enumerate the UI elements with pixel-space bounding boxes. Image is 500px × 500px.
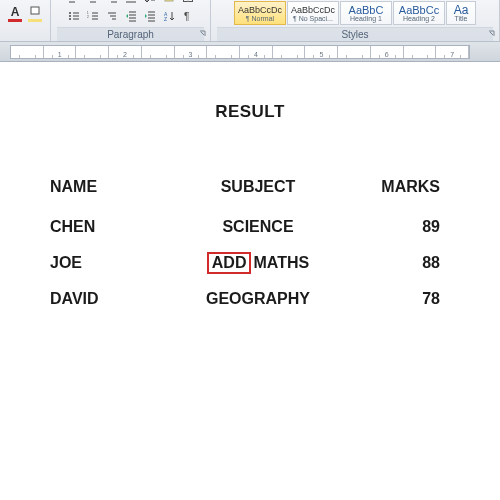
ruler-tick: 6 [371,46,404,58]
style-preview: Aa [454,5,469,15]
style-no-spacing[interactable]: AaBbCcDc ¶ No Spaci... [287,1,339,25]
document-page[interactable]: RESULT NAME SUBJECT MARKS CHEN SCIENCE 8… [0,62,500,500]
cell-marks: 78 [338,282,450,316]
style-preview: AaBbCc [399,5,439,15]
font-color-button[interactable]: A [6,5,24,23]
header-name: NAME [50,170,178,210]
ruler-tick: 2 [109,46,142,58]
borders-button[interactable] [179,0,197,6]
ruler-tick [338,46,371,58]
table-row: CHEN SCIENCE 89 [50,210,450,244]
svg-point-5 [69,18,71,20]
show-marks-button[interactable]: ¶ [179,7,197,25]
cell-name: DAVID [50,282,178,316]
style-heading2[interactable]: AaBbCc Heading 2 [393,1,445,25]
cell-subject: ADDMATHS [178,244,338,282]
style-preview: AaBbCcDc [238,5,282,15]
styles-group: AaBbCcDc ¶ Normal AaBbCcDc ¶ No Spaci...… [211,0,500,41]
align-left-button[interactable] [65,0,83,6]
horizontal-ruler[interactable]: 1 2 3 4 5 6 7 [10,45,470,59]
line-spacing-button[interactable] [141,0,159,6]
svg-point-3 [69,12,71,14]
increase-indent-button[interactable] [141,7,159,25]
style-heading1[interactable]: AaBbC Heading 1 [340,1,392,25]
paragraph-dialog-launcher[interactable] [198,29,208,39]
svg-point-4 [69,15,71,17]
table-row: JOE ADDMATHS 88 [50,244,450,282]
style-normal[interactable]: AaBbCcDc ¶ Normal [234,1,286,25]
table-header-row: NAME SUBJECT MARKS [50,170,450,210]
cell-marks: 89 [338,210,450,244]
header-marks: MARKS [338,170,450,210]
align-right-button[interactable] [103,0,121,6]
paragraph-label: Paragraph [57,27,204,41]
ruler-tick [76,46,109,58]
ruler-area: 1 2 3 4 5 6 7 [0,42,500,62]
numbering-button[interactable]: 12 [84,7,102,25]
style-label: ¶ No Spaci... [293,15,333,22]
cell-subject: SCIENCE [178,210,338,244]
ruler-tick [11,46,44,58]
ruler-tick [142,46,175,58]
style-label: Title [455,15,468,22]
result-table: NAME SUBJECT MARKS CHEN SCIENCE 89 JOE A… [50,170,450,316]
shading-para-button[interactable] [160,0,178,6]
ruler-tick: 4 [240,46,273,58]
highlighted-text: ADD [207,252,252,274]
cell-subject: GEOGRAPHY [178,282,338,316]
cell-name: JOE [50,244,178,282]
ruler-tick [273,46,306,58]
style-label: ¶ Normal [246,15,274,22]
cell-name: CHEN [50,210,178,244]
align-justify-button[interactable] [122,0,140,6]
style-label: Heading 1 [350,15,382,22]
svg-rect-0 [31,7,39,14]
sort-button[interactable]: AZ [160,7,178,25]
decrease-indent-button[interactable] [122,7,140,25]
bullets-button[interactable] [65,7,83,25]
shading-button[interactable] [26,5,44,23]
font-group-partial: A x [0,0,51,41]
style-label: Heading 2 [403,15,435,22]
styles-label: Styles [217,27,493,41]
ruler-tick: 3 [175,46,208,58]
styles-dialog-launcher[interactable] [487,29,497,39]
multilevel-button[interactable] [103,7,121,25]
style-preview: AaBbC [349,5,384,15]
align-center-button[interactable] [84,0,102,6]
table-row: DAVID GEOGRAPHY 78 [50,282,450,316]
style-preview: AaBbCcDc [291,5,335,15]
cell-marks: 88 [338,244,450,282]
svg-text:2: 2 [87,15,89,19]
svg-text:¶: ¶ [184,11,189,22]
svg-rect-1 [165,0,173,1]
ruler-tick [404,46,437,58]
ruler-tick [207,46,240,58]
cell-subject-rest: MATHS [253,254,309,271]
page-title: RESULT [50,102,450,122]
svg-text:Z: Z [164,16,167,22]
header-subject: SUBJECT [178,170,338,210]
style-title[interactable]: Aa Title [446,1,476,25]
ribbon: A x 12 [0,0,500,42]
paragraph-group: 12 AZ ¶ Paragraph [51,0,211,41]
ruler-tick: 5 [305,46,338,58]
ruler-tick: 7 [436,46,469,58]
ruler-tick: 1 [44,46,77,58]
